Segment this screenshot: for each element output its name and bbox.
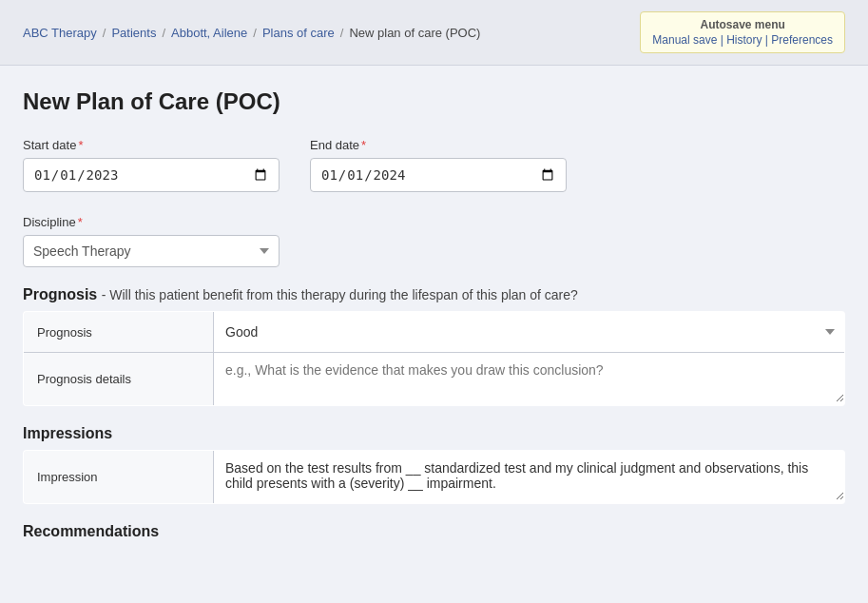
prognosis-input-cell: Good Fair Poor Excellent — [214, 312, 845, 353]
impressions-heading: Impressions — [23, 425, 845, 442]
start-date-label: Start date* — [23, 138, 280, 152]
discipline-label: Discipline* — [23, 215, 845, 229]
prognosis-row-label: Prognosis — [24, 312, 214, 353]
discipline-select[interactable]: Speech Therapy — [23, 235, 280, 267]
breadcrumb-patients[interactable]: Patients — [111, 26, 156, 40]
impressions-section: Impressions Impression Based on the test… — [23, 425, 845, 504]
prognosis-section: Prognosis - Will this patient benefit fr… — [23, 286, 845, 406]
history-link[interactable]: History — [726, 33, 762, 47]
breadcrumb-patient-name[interactable]: Abbott, Ailene — [171, 26, 247, 40]
discipline-group: Discipline* Speech Therapy — [23, 215, 845, 267]
breadcrumb: ABC Therapy / Patients / Abbott, Ailene … — [23, 26, 480, 40]
prognosis-heading: Prognosis - Will this patient benefit fr… — [23, 286, 845, 303]
start-date-group: Start date* — [23, 138, 280, 192]
impression-input-cell: Based on the test results from __ standa… — [214, 451, 845, 504]
breadcrumb-plans-of-care[interactable]: Plans of care — [262, 26, 335, 40]
end-date-input[interactable] — [310, 158, 567, 192]
prognosis-table: Prognosis Good Fair Poor Excellent Progn… — [23, 311, 845, 406]
breadcrumb-sep-2: / — [162, 26, 165, 40]
start-date-required: * — [78, 138, 83, 152]
manual-save-link[interactable]: Manual save — [652, 33, 717, 47]
date-row: Start date* End date* — [23, 138, 845, 192]
end-date-required: * — [361, 138, 366, 152]
breadcrumb-current: New plan of care (POC) — [349, 26, 480, 40]
prognosis-details-label: Prognosis details — [24, 353, 214, 406]
prognosis-subtext: - Will this patient benefit from this th… — [102, 287, 578, 302]
prognosis-select[interactable]: Good Fair Poor Excellent — [214, 312, 844, 352]
recommendations-heading: Recommendations — [23, 523, 845, 540]
end-date-label: End date* — [310, 138, 567, 152]
preferences-link[interactable]: Preferences — [771, 33, 833, 47]
discipline-required: * — [78, 215, 83, 229]
prognosis-details-input-cell — [214, 353, 845, 406]
impression-textarea[interactable]: Based on the test results from __ standa… — [214, 451, 844, 500]
page-title: New Plan of Care (POC) — [23, 88, 845, 115]
breadcrumb-abc-therapy[interactable]: ABC Therapy — [23, 26, 97, 40]
main-content: New Plan of Care (POC) Start date* End d… — [0, 66, 868, 603]
breadcrumb-bar: ABC Therapy / Patients / Abbott, Ailene … — [0, 0, 868, 66]
start-date-input[interactable] — [23, 158, 280, 192]
autosave-title: Autosave menu — [652, 18, 833, 31]
prognosis-row: Prognosis Good Fair Poor Excellent — [24, 312, 845, 353]
end-date-group: End date* — [310, 138, 567, 192]
impression-row-label: Impression — [24, 451, 214, 504]
autosave-menu: Autosave menu Manual save | History | Pr… — [640, 11, 845, 53]
breadcrumb-sep-1: / — [103, 26, 106, 40]
breadcrumb-sep-4: / — [340, 26, 344, 40]
autosave-links: Manual save | History | Preferences — [652, 33, 833, 47]
prognosis-details-row: Prognosis details — [24, 353, 845, 406]
impression-row: Impression Based on the test results fro… — [24, 451, 845, 504]
prognosis-details-textarea[interactable] — [214, 353, 844, 402]
impressions-table: Impression Based on the test results fro… — [23, 450, 845, 504]
breadcrumb-sep-3: / — [253, 26, 257, 40]
